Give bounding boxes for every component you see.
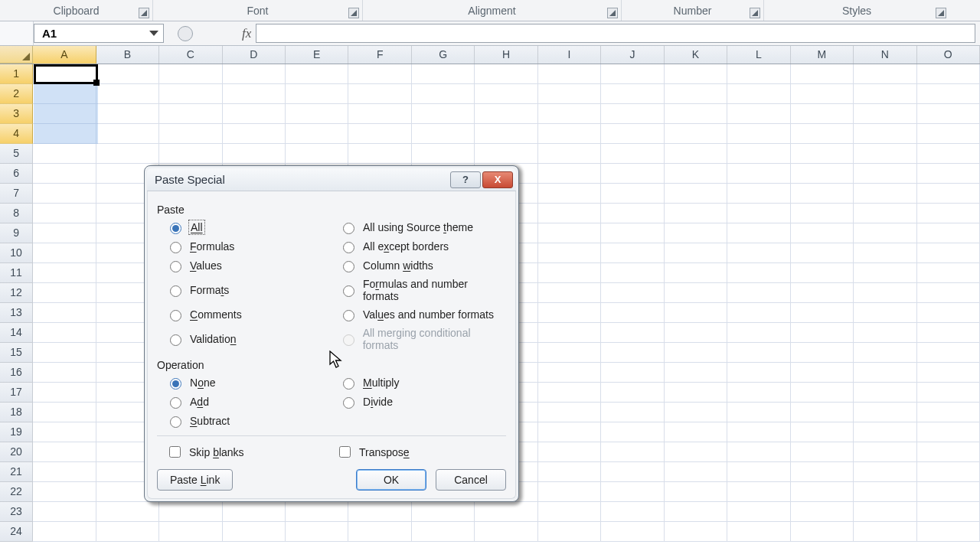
cell[interactable]: [917, 184, 980, 204]
cell[interactable]: [791, 303, 854, 323]
check-skip-blanks[interactable]: Skip blanks: [166, 444, 336, 460]
dialog-launcher-icon[interactable]: [607, 8, 618, 18]
cell[interactable]: [665, 343, 727, 363]
cell[interactable]: [538, 263, 601, 283]
cell[interactable]: [412, 84, 475, 104]
cell[interactable]: [412, 124, 475, 144]
cell[interactable]: [791, 323, 854, 343]
cell[interactable]: [854, 204, 916, 223]
cell[interactable]: [33, 204, 96, 223]
cell[interactable]: [917, 283, 980, 303]
cell[interactable]: [917, 223, 980, 243]
fx-icon[interactable]: fx: [242, 26, 251, 41]
cell[interactable]: [727, 64, 790, 84]
row-header[interactable]: 18: [0, 403, 33, 422]
help-button[interactable]: ?: [450, 171, 481, 188]
cell[interactable]: [601, 522, 664, 542]
cell[interactable]: [727, 283, 790, 303]
cell[interactable]: [727, 422, 790, 442]
row-header[interactable]: 20: [0, 442, 33, 462]
column-header-D[interactable]: D: [223, 46, 286, 64]
cell[interactable]: [475, 104, 537, 124]
cell[interactable]: [727, 303, 790, 323]
cell[interactable]: [665, 184, 727, 204]
cell[interactable]: [854, 482, 916, 502]
row-header[interactable]: 15: [0, 343, 33, 363]
row-header[interactable]: 6: [0, 164, 33, 184]
cell[interactable]: [538, 243, 601, 263]
cell[interactable]: [286, 64, 348, 84]
cell[interactable]: [601, 363, 664, 383]
cell[interactable]: [33, 383, 96, 403]
cell[interactable]: [538, 482, 601, 502]
cell[interactable]: [601, 243, 664, 263]
column-header-E[interactable]: E: [286, 46, 348, 64]
cell[interactable]: [33, 184, 96, 204]
cell[interactable]: [601, 104, 664, 124]
cell[interactable]: [538, 422, 601, 442]
cell[interactable]: [601, 263, 664, 283]
cell[interactable]: [791, 442, 854, 462]
cell[interactable]: [854, 263, 916, 283]
cell[interactable]: [33, 243, 96, 263]
row-header[interactable]: 3: [0, 104, 33, 124]
cell[interactable]: [917, 343, 980, 363]
radio-paste-all-except-borders[interactable]: All except borders: [339, 240, 506, 253]
radio-paste-formats[interactable]: Formats: [166, 278, 333, 302]
row-header[interactable]: 22: [0, 482, 33, 502]
cell[interactable]: [727, 343, 790, 363]
cell[interactable]: [96, 64, 159, 84]
cell[interactable]: [917, 204, 980, 223]
cell[interactable]: [33, 403, 96, 422]
cell[interactable]: [854, 522, 916, 542]
column-header-H[interactable]: H: [475, 46, 537, 64]
cell[interactable]: [665, 164, 727, 184]
cell[interactable]: [791, 263, 854, 283]
radio-op-add[interactable]: Add: [166, 395, 333, 409]
column-header-L[interactable]: L: [727, 46, 790, 64]
cell[interactable]: [601, 283, 664, 303]
cell[interactable]: [854, 164, 916, 184]
cell[interactable]: [601, 462, 664, 482]
cell[interactable]: [33, 164, 96, 184]
cell[interactable]: [854, 184, 916, 204]
cell[interactable]: [412, 64, 475, 84]
column-header-J[interactable]: J: [601, 46, 664, 64]
radio-paste-values[interactable]: Values: [166, 259, 333, 272]
cell[interactable]: [665, 323, 727, 343]
cell[interactable]: [854, 323, 916, 343]
cell[interactable]: [854, 343, 916, 363]
cell[interactable]: [601, 164, 664, 184]
cell[interactable]: [854, 124, 916, 144]
row-header[interactable]: 12: [0, 283, 33, 303]
cell[interactable]: [791, 144, 854, 164]
row-header[interactable]: 10: [0, 243, 33, 263]
cell[interactable]: [917, 522, 980, 542]
cell[interactable]: [727, 462, 790, 482]
cell[interactable]: [601, 303, 664, 323]
column-header-A[interactable]: A: [33, 46, 96, 64]
cell[interactable]: [665, 363, 727, 383]
cell[interactable]: [791, 343, 854, 363]
cell[interactable]: [854, 283, 916, 303]
dialog-launcher-icon[interactable]: [936, 8, 946, 18]
cell[interactable]: [538, 64, 601, 84]
cell[interactable]: [917, 383, 980, 403]
cell[interactable]: [665, 223, 727, 243]
cell[interactable]: [854, 84, 916, 104]
cell[interactable]: [286, 522, 348, 542]
dialog-launcher-icon[interactable]: [139, 8, 149, 18]
cell[interactable]: [223, 104, 286, 124]
check-transpose[interactable]: Transpose: [336, 444, 506, 460]
cell[interactable]: [727, 442, 790, 462]
cell[interactable]: [727, 223, 790, 243]
cell[interactable]: [791, 363, 854, 383]
cell[interactable]: [538, 283, 601, 303]
cell[interactable]: [538, 164, 601, 184]
cell[interactable]: [348, 522, 411, 542]
radio-paste-formulas[interactable]: Formulas: [166, 240, 333, 253]
column-header-O[interactable]: O: [917, 46, 980, 64]
cell[interactable]: [791, 164, 854, 184]
cell[interactable]: [665, 462, 727, 482]
cell[interactable]: [601, 442, 664, 462]
